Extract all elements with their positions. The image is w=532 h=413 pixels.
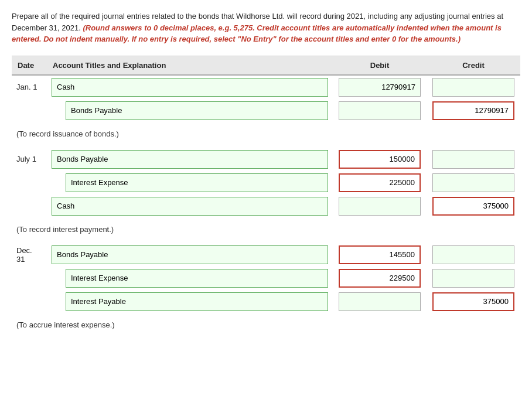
table-row: [12, 290, 520, 313]
credit-cell[interactable]: [427, 243, 520, 267]
row-spacer: [12, 218, 520, 223]
debit-cell[interactable]: [333, 194, 427, 218]
row-spacer: [12, 313, 520, 318]
account-cell[interactable]: [47, 75, 333, 99]
debit-input[interactable]: [339, 292, 421, 311]
table-row: [12, 99, 520, 122]
header-account: Account Titles and Explanation: [47, 56, 333, 75]
credit-cell[interactable]: [427, 290, 520, 313]
note-text: (To record interest payment.): [12, 223, 520, 236]
date-cell: [12, 290, 47, 313]
debit-cell[interactable]: [333, 99, 427, 122]
credit-input[interactable]: [432, 150, 514, 169]
account-input[interactable]: [66, 292, 328, 311]
note-text: (To record issuance of bonds.): [12, 127, 520, 141]
table-row: [12, 267, 520, 290]
debit-cell[interactable]: [333, 243, 427, 267]
credit-input[interactable]: [432, 173, 514, 192]
credit-cell[interactable]: [427, 99, 520, 122]
account-input[interactable]: [66, 269, 328, 288]
credit-input[interactable]: [432, 245, 514, 264]
debit-input[interactable]: [339, 150, 421, 169]
date-cell: July 1: [12, 148, 47, 171]
note-row: (To record interest payment.): [12, 223, 520, 236]
debit-input[interactable]: [339, 101, 421, 120]
account-input[interactable]: [66, 173, 328, 192]
debit-cell[interactable]: [333, 148, 427, 171]
row-spacer: [12, 122, 520, 127]
account-input[interactable]: [52, 197, 328, 216]
credit-input[interactable]: [432, 269, 514, 288]
section-gap: [12, 236, 520, 243]
table-row: July 1: [12, 148, 520, 171]
table-row: [12, 171, 520, 194]
date-cell: [12, 171, 47, 194]
date-cell: [12, 194, 47, 218]
instructions-block: Prepare all of the required journal entr…: [12, 11, 520, 45]
instructions-text2: (Round answers to 0 decimal places, e.g.…: [12, 23, 502, 44]
account-input[interactable]: [66, 101, 328, 120]
credit-input[interactable]: [432, 78, 514, 97]
account-cell[interactable]: [47, 290, 333, 313]
credit-cell[interactable]: [427, 75, 520, 99]
credit-cell[interactable]: [427, 194, 520, 218]
account-cell[interactable]: [47, 243, 333, 267]
debit-cell[interactable]: [333, 267, 427, 290]
debit-input[interactable]: [339, 245, 421, 264]
debit-cell[interactable]: [333, 290, 427, 313]
account-cell[interactable]: [47, 194, 333, 218]
date-cell: Jan. 1: [12, 75, 47, 99]
account-input[interactable]: [52, 78, 328, 97]
date-cell: [12, 99, 47, 122]
table-row: Jan. 1: [12, 75, 520, 99]
table-row: [12, 194, 520, 218]
account-cell[interactable]: [47, 267, 333, 290]
debit-cell[interactable]: [333, 75, 427, 99]
account-input[interactable]: [52, 150, 328, 169]
debit-input[interactable]: [339, 197, 421, 216]
credit-input[interactable]: [432, 101, 514, 120]
header-debit: Debit: [333, 56, 427, 75]
credit-cell[interactable]: [427, 171, 520, 194]
debit-input[interactable]: [339, 269, 421, 288]
debit-cell[interactable]: [333, 171, 427, 194]
credit-cell[interactable]: [427, 148, 520, 171]
table-row: Dec. 31: [12, 243, 520, 267]
note-row: (To accrue interest expense.): [12, 318, 520, 332]
account-input[interactable]: [52, 245, 328, 264]
date-cell: [12, 267, 47, 290]
debit-input[interactable]: [339, 78, 421, 97]
header-date: Date: [12, 56, 47, 75]
credit-input[interactable]: [432, 197, 514, 216]
date-cell: Dec. 31: [12, 243, 47, 267]
header-credit: Credit: [427, 56, 520, 75]
note-row: (To record issuance of bonds.): [12, 127, 520, 141]
account-cell[interactable]: [47, 148, 333, 171]
debit-input[interactable]: [339, 173, 421, 192]
account-cell[interactable]: [47, 99, 333, 122]
account-cell[interactable]: [47, 171, 333, 194]
note-text: (To accrue interest expense.): [12, 318, 520, 332]
credit-cell[interactable]: [427, 267, 520, 290]
credit-input[interactable]: [432, 292, 514, 311]
journal-table: Date Account Titles and Explanation Debi…: [12, 56, 520, 332]
section-gap: [12, 141, 520, 148]
